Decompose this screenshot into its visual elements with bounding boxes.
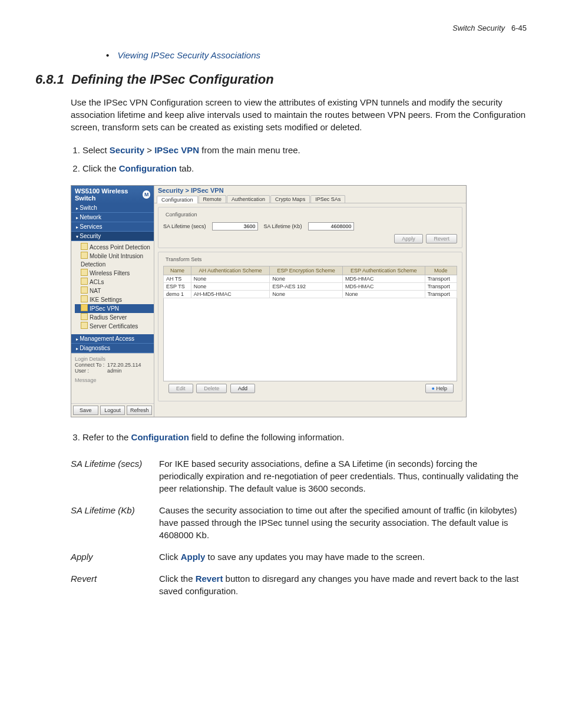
tree-server-certificates[interactable]: Server Certificates xyxy=(75,322,154,331)
tab-configuration[interactable]: Configuration xyxy=(157,196,198,203)
security-tree: Access Point Detection Mobile Unit Intru… xyxy=(71,241,154,334)
def-term: SA Lifetime (secs) xyxy=(71,454,159,500)
tab-ipsec-sas[interactable]: IPSec SAs xyxy=(310,195,345,203)
intro-paragraph: Use the IPSec VPN Configuration screen t… xyxy=(71,96,527,133)
transform-sets-empty-area xyxy=(163,298,457,381)
steps-list: Select Security > IPSec VPN from the mai… xyxy=(71,142,527,176)
help-button[interactable]: Help xyxy=(425,384,454,393)
tree-radius-server[interactable]: Radius Server xyxy=(75,313,154,322)
revert-button[interactable]: Revert xyxy=(426,234,457,243)
tree-wireless-filters[interactable]: Wireless Filters xyxy=(75,269,154,278)
nav-diagnostics[interactable]: Diagnostics xyxy=(71,344,154,353)
edit-button[interactable]: Edit xyxy=(168,384,193,393)
tree-nat[interactable]: NAT xyxy=(75,286,154,295)
col-esp-enc[interactable]: ESP Encryption Scheme xyxy=(270,266,343,275)
col-esp-auth[interactable]: ESP Authentication Scheme xyxy=(342,266,425,275)
sa-lifetime-secs-label: SA Lifetime (secs) xyxy=(163,223,206,229)
chapter-name: Switch Security xyxy=(452,24,505,32)
tab-remote[interactable]: Remote xyxy=(199,195,227,203)
tree-access-point-detection[interactable]: Access Point Detection xyxy=(75,243,154,252)
breadcrumb: Security > IPSec VPN xyxy=(154,186,466,195)
tree-ipsec-vpn[interactable]: IPSec VPN xyxy=(75,304,154,313)
login-details: Login Details Connect To :172.20.25.114 … xyxy=(71,353,154,403)
nav-network[interactable]: Network xyxy=(71,213,154,222)
sa-lifetime-kb-label: SA Lifetime (Kb) xyxy=(264,223,302,229)
transform-sets-table: Name AH Authentication Scheme ESP Encryp… xyxy=(163,266,457,298)
add-button[interactable]: Add xyxy=(230,384,255,393)
definitions-table: SA Lifetime (secs) For IKE based securit… xyxy=(71,454,527,603)
bullet-icon: • xyxy=(106,50,109,60)
def-desc: For IKE based security associations, def… xyxy=(159,454,527,500)
delete-button[interactable]: Delete xyxy=(196,384,227,393)
tree-ike-settings[interactable]: IKE Settings xyxy=(75,295,154,304)
toc-link-row: • Viewing IPSec Security Associations xyxy=(106,50,527,60)
def-term: Apply xyxy=(71,547,159,569)
page-number: 6-45 xyxy=(511,24,527,32)
sidebar-footer-buttons: Save Logout Refresh xyxy=(71,403,154,417)
def-term: Revert xyxy=(71,569,159,603)
transform-sets-panel: Transform Sets Name AH Authentication Sc… xyxy=(158,252,462,401)
logout-button[interactable]: Logout xyxy=(100,406,125,415)
apply-button[interactable]: Apply xyxy=(394,234,423,243)
step-2: Click the Configuration tab. xyxy=(82,160,527,176)
table-row[interactable]: AH TSNoneNoneMD5-HMACTransport xyxy=(164,275,457,283)
col-name[interactable]: Name xyxy=(164,266,191,275)
sa-lifetime-secs-input[interactable] xyxy=(212,222,258,230)
col-mode[interactable]: Mode xyxy=(425,266,457,275)
nav-switch[interactable]: Switch xyxy=(71,203,154,213)
sa-lifetime-kb-input[interactable] xyxy=(308,222,354,230)
refresh-button[interactable]: Refresh xyxy=(127,406,152,415)
nav-security[interactable]: Security xyxy=(71,232,154,241)
table-row[interactable]: demo 1AH-MD5-HMACNoneNoneTransport xyxy=(164,291,457,298)
def-desc: Click Apply to save any updates you may … xyxy=(159,547,527,569)
def-desc: Click the Revert button to disregard any… xyxy=(159,569,527,603)
product-title-bar: WS5100 Wireless Switch M xyxy=(71,186,154,203)
tab-crypto-maps[interactable]: Crypto Maps xyxy=(270,195,310,203)
screenshot-ipsec-config: WS5100 Wireless Switch M Switch Network … xyxy=(71,185,467,417)
motorola-logo-icon: M xyxy=(143,190,150,199)
page-header: Switch Security 6-45 xyxy=(35,24,527,32)
col-ah-auth[interactable]: AH Authentication Scheme xyxy=(191,266,270,275)
tab-authentication[interactable]: Authentication xyxy=(227,195,270,203)
tree-acls[interactable]: ACLs xyxy=(75,278,154,286)
link-viewing-ipsec-sa[interactable]: Viewing IPSec Security Associations xyxy=(117,50,260,60)
step-1: Select Security > IPSec VPN from the mai… xyxy=(82,142,527,158)
tree-mobile-unit-intrusion[interactable]: Mobile Unit Intrusion Detection xyxy=(75,252,154,269)
table-row[interactable]: ESP TSNoneESP-AES 192MD5-HMACTransport xyxy=(164,283,457,291)
main-nav: Switch Network Services Security xyxy=(71,203,154,241)
steps-list-cont: Refer to the Configuration field to defi… xyxy=(71,429,527,445)
configuration-panel: Configuration SA Lifetime (secs) SA Life… xyxy=(158,207,462,248)
nav-services[interactable]: Services xyxy=(71,222,154,232)
tab-bar: Configuration Remote Authentication Cryp… xyxy=(154,195,466,203)
def-desc: Causes the security association to time … xyxy=(159,500,527,547)
nav-management-access[interactable]: Management Access xyxy=(71,334,154,344)
save-button[interactable]: Save xyxy=(73,406,98,415)
main-nav-lower: Management Access Diagnostics xyxy=(71,334,154,353)
def-term: SA Lifetime (Kb) xyxy=(71,500,159,547)
section-heading: 6.8.1 Defining the IPSec Configuration xyxy=(35,72,527,87)
step-3: Refer to the Configuration field to defi… xyxy=(82,429,527,445)
